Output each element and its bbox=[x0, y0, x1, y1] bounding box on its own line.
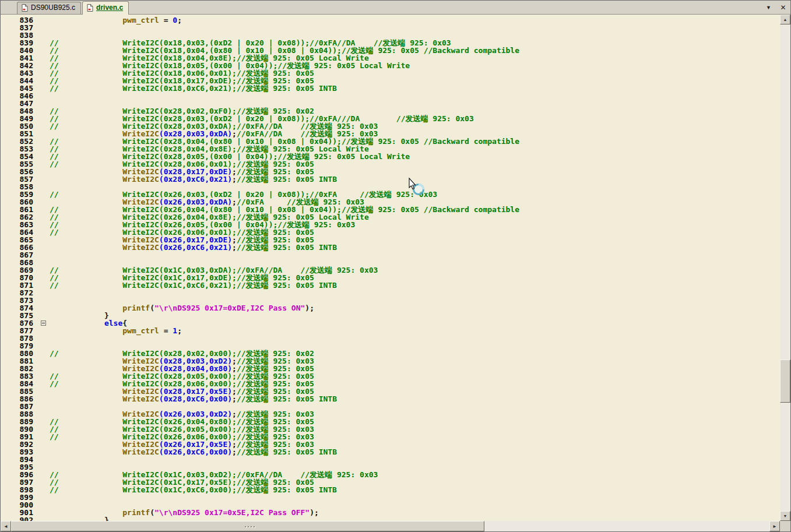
tab-drivenc[interactable]: driven.c bbox=[82, 1, 129, 15]
fold-margin bbox=[36, 183, 50, 191]
fold-margin bbox=[36, 471, 50, 478]
horizontal-scroll-thumb[interactable] bbox=[11, 521, 484, 531]
code-line: 902 } bbox=[1, 516, 780, 521]
fold-margin bbox=[36, 395, 50, 403]
fold-margin bbox=[36, 274, 50, 281]
vertical-scroll-thumb[interactable] bbox=[780, 360, 790, 403]
fold-margin bbox=[36, 236, 50, 244]
fold-margin bbox=[36, 456, 50, 463]
tab-label: DS90UB925.c bbox=[31, 3, 75, 12]
code-text: WriteI2C(0x28,0xC6,0x21);//发送端 925: 0x05… bbox=[50, 175, 337, 183]
scroll-grip-icon bbox=[248, 526, 249, 527]
fold-margin bbox=[36, 39, 50, 47]
fold-margin bbox=[36, 342, 50, 350]
file-tab-bar: DS90UB925.c driven.c ▼ ✕ bbox=[1, 1, 790, 15]
code-text: // WriteI2C(0x1C,0xC6,0x21);//发送端 925: 0… bbox=[50, 281, 337, 289]
fold-margin bbox=[36, 259, 50, 266]
code-text: WriteI2C(0x28,0xC6,0x00);//发送端 925: 0x05… bbox=[50, 395, 337, 403]
code-lines: 836 pwm_ctrl = 0;837838839// WriteI2C(0x… bbox=[1, 15, 780, 521]
scrollbar-corner bbox=[780, 521, 790, 531]
fold-margin bbox=[36, 501, 50, 509]
fold-margin bbox=[36, 115, 50, 122]
fold-margin bbox=[36, 228, 50, 236]
fold-margin bbox=[36, 509, 50, 516]
code-text: pwm_ctrl = 1; bbox=[50, 327, 182, 334]
tab-label: driven.c bbox=[96, 3, 123, 12]
code-text: WriteI2C(0x26,0xC6,0x00);//发送端 925: 0x05… bbox=[50, 448, 337, 456]
code-editor-window: DS90UB925.c driven.c ▼ ✕ 836 pwm_ctrl = … bbox=[0, 0, 791, 532]
fold-margin bbox=[36, 312, 50, 319]
file-icon bbox=[22, 4, 28, 12]
fold-margin bbox=[36, 289, 50, 297]
fold-margin bbox=[36, 221, 50, 228]
fold-margin bbox=[36, 350, 50, 357]
fold-margin bbox=[36, 486, 50, 494]
fold-margin bbox=[36, 281, 50, 289]
code-line: 837 bbox=[1, 24, 780, 31]
scroll-up-icon[interactable]: ▲ bbox=[780, 15, 790, 24]
fold-margin bbox=[36, 77, 50, 84]
horizontal-scrollbar[interactable]: ◄ ► bbox=[1, 521, 780, 531]
fold-margin bbox=[36, 100, 50, 107]
code-line: 866 WriteI2C(0x26,0xC6,0x21);//发送端 925: … bbox=[1, 244, 780, 251]
file-icon bbox=[87, 4, 93, 12]
fold-margin bbox=[36, 244, 50, 251]
fold-margin bbox=[36, 47, 50, 54]
tab-ds90ub925c[interactable]: DS90UB925.c bbox=[17, 2, 81, 14]
fold-margin bbox=[36, 54, 50, 62]
fold-margin bbox=[36, 425, 50, 433]
code-line: 886 WriteI2C(0x28,0xC6,0x00);//发送端 925: … bbox=[1, 395, 780, 403]
code-line: 872 bbox=[1, 289, 780, 297]
code-line: 899 bbox=[1, 494, 780, 501]
fold-margin bbox=[36, 107, 50, 115]
code-text: // WriteI2C(0x1C,0xC6,0x00);//发送端 925: 0… bbox=[50, 486, 337, 494]
fold-margin bbox=[36, 160, 50, 168]
fold-margin bbox=[36, 410, 50, 418]
fold-marker-icon[interactable] bbox=[36, 319, 50, 327]
code-text: // WriteI2C(0x18,0xC6,0x21);//发送端 925: 0… bbox=[50, 84, 337, 92]
code-line: 846 bbox=[1, 92, 780, 100]
line-number: 902 bbox=[1, 516, 36, 521]
fold-margin bbox=[36, 304, 50, 312]
vertical-scrollbar[interactable]: ▲ ▼ bbox=[780, 15, 790, 521]
busy-cursor-icon bbox=[405, 177, 427, 198]
fold-margin bbox=[36, 122, 50, 130]
code-line: 874 printf("\r\nDS925 0x17=0xDE,I2C Pass… bbox=[1, 304, 780, 312]
code-line: 878 bbox=[1, 334, 780, 342]
fold-margin bbox=[36, 357, 50, 365]
fold-margin bbox=[36, 516, 50, 521]
fold-margin bbox=[36, 441, 50, 448]
scroll-right-icon[interactable]: ► bbox=[769, 521, 780, 531]
fold-margin bbox=[36, 365, 50, 372]
close-icon[interactable]: ✕ bbox=[779, 3, 788, 12]
fold-margin bbox=[36, 327, 50, 334]
fold-margin bbox=[36, 62, 50, 69]
fold-margin bbox=[36, 92, 50, 100]
fold-margin bbox=[36, 153, 50, 160]
fold-margin bbox=[36, 494, 50, 501]
fold-margin bbox=[36, 24, 50, 31]
fold-margin bbox=[36, 403, 50, 410]
fold-margin bbox=[36, 297, 50, 304]
code-editor[interactable]: 836 pwm_ctrl = 0;837838839// WriteI2C(0x… bbox=[1, 15, 780, 521]
fold-margin bbox=[36, 84, 50, 92]
scroll-left-icon[interactable]: ◄ bbox=[1, 521, 11, 531]
fold-margin bbox=[36, 448, 50, 456]
fold-margin bbox=[36, 138, 50, 145]
code-text: } bbox=[50, 516, 109, 521]
code-line: 898// WriteI2C(0x1C,0xC6,0x00);//发送端 925… bbox=[1, 486, 780, 494]
tabbar-controls: ▼ ✕ bbox=[764, 3, 788, 12]
scroll-down-icon[interactable]: ▼ bbox=[780, 511, 790, 521]
fold-margin bbox=[36, 478, 50, 486]
fold-margin bbox=[36, 433, 50, 441]
code-line: 845// WriteI2C(0x18,0xC6,0x21);//发送端 925… bbox=[1, 84, 780, 92]
fold-margin bbox=[36, 380, 50, 387]
code-line: 871// WriteI2C(0x1C,0xC6,0x21);//发送端 925… bbox=[1, 281, 780, 289]
fold-margin bbox=[36, 130, 50, 138]
tab-list-dropdown-icon[interactable]: ▼ bbox=[764, 3, 773, 12]
fold-margin bbox=[36, 372, 50, 380]
fold-margin bbox=[36, 334, 50, 342]
code-line: 893 WriteI2C(0x26,0xC6,0x00);//发送端 925: … bbox=[1, 448, 780, 456]
fold-margin bbox=[36, 31, 50, 39]
fold-margin bbox=[36, 191, 50, 198]
